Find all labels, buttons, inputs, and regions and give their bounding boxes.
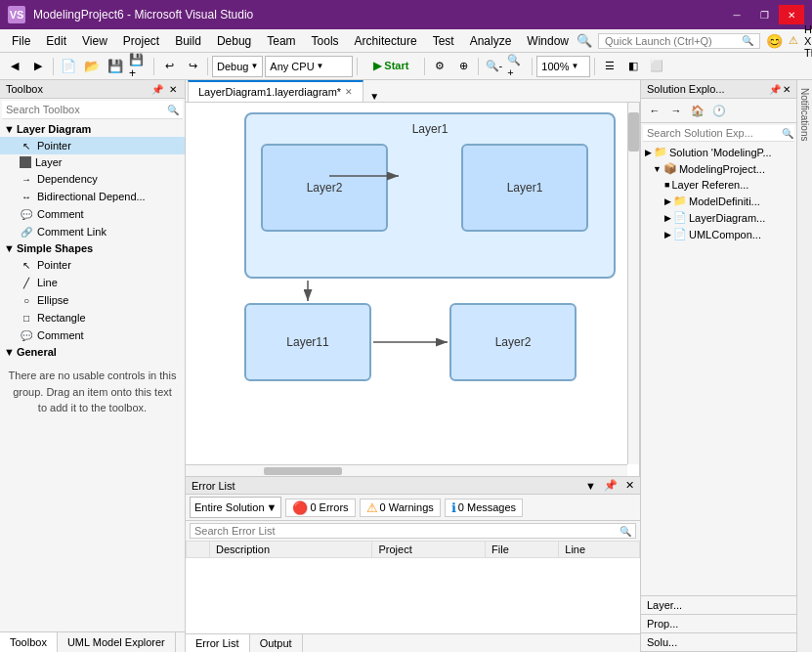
error-badge-warnings[interactable]: ⚠ 0 Warnings xyxy=(360,499,441,517)
diagram-area[interactable]: Layer1 Layer2 Layer1 Layer11 Layer2 xyxy=(186,103,640,476)
menu-build[interactable]: Build xyxy=(167,29,209,52)
group-arrow-layer: ▼ xyxy=(4,123,15,135)
tab-dropdown-arrow[interactable]: ▼ xyxy=(369,91,379,102)
menu-file[interactable]: File xyxy=(4,29,38,52)
toolbar-forward[interactable]: ▶ xyxy=(27,56,49,77)
sol-item-project[interactable]: ▼ 📦 ModelingProject... xyxy=(641,160,796,177)
tool-comment[interactable]: 💬 Comment xyxy=(0,205,185,223)
error-badge-errors[interactable]: 🔴 0 Errors xyxy=(285,499,355,517)
error-panel-pin[interactable]: 📌 xyxy=(604,479,618,492)
menu-team[interactable]: Team xyxy=(259,29,303,52)
editor-tab-diagram[interactable]: LayerDiagram1.layerdiagram* ✕ xyxy=(188,80,363,102)
toolbar-new-project[interactable]: 📄 xyxy=(58,56,79,77)
tool-comment-shapes[interactable]: 💬 Comment xyxy=(0,326,185,344)
tool-line[interactable]: ╱ Line xyxy=(0,274,185,291)
tab-toolbox[interactable]: Toolbox xyxy=(0,632,58,652)
start-button[interactable]: ▶ Start xyxy=(362,56,420,77)
inner-layer1[interactable]: Layer1 xyxy=(461,144,588,232)
diagram-scrollbar-h[interactable] xyxy=(186,464,627,476)
sol-tab-prop[interactable]: Prop... xyxy=(641,615,796,633)
tool-comment-link[interactable]: 🔗 Comment Link xyxy=(0,223,185,240)
sol-forward[interactable]: → xyxy=(666,101,686,120)
error-search-input[interactable] xyxy=(194,525,620,537)
zoom-out[interactable]: 🔍- xyxy=(483,56,504,77)
toolbar-extra-2[interactable]: ◧ xyxy=(622,56,644,77)
menu-analyze[interactable]: Analyze xyxy=(462,29,520,52)
zoom-in[interactable]: 🔍+ xyxy=(506,56,528,77)
error-scope-dropdown[interactable]: Entire Solution ▼ xyxy=(190,497,281,518)
sol-tab-layer[interactable]: Layer... xyxy=(641,596,796,615)
tab-output[interactable]: Output xyxy=(250,634,303,652)
tool-dependency[interactable]: → Dependency xyxy=(0,170,185,188)
toolbar-btn-2[interactable]: ⊕ xyxy=(452,56,474,77)
minimize-button[interactable]: ─ xyxy=(724,5,749,24)
zoom-dropdown[interactable]: 100% ▼ xyxy=(536,56,590,77)
group-simple-shapes[interactable]: ▼ Simple Shapes xyxy=(0,240,185,256)
restore-button[interactable]: ❐ xyxy=(751,5,777,24)
quick-launch-input[interactable] xyxy=(605,35,742,47)
tab-close-diagram[interactable]: ✕ xyxy=(345,87,353,97)
toolbar-open[interactable]: 📂 xyxy=(81,56,103,77)
col-description[interactable]: Description xyxy=(210,542,372,558)
toolbar-btn-1[interactable]: ⚙ xyxy=(429,56,450,77)
toolbar-save[interactable]: 💾 xyxy=(105,56,126,77)
tab-uml-explorer[interactable]: UML Model Explorer xyxy=(58,632,176,652)
tool-ellipse[interactable]: ○ Ellipse xyxy=(0,291,185,309)
hscroll-thumb[interactable] xyxy=(264,467,342,475)
col-project[interactable]: Project xyxy=(372,542,486,558)
menu-architecture[interactable]: Architecture xyxy=(347,29,425,52)
sol-clock[interactable]: 🕐 xyxy=(709,101,729,120)
toolbox-panel: Toolbox 📌 ✕ 🔍 ▼ Layer Diagram ↖ Pointer … xyxy=(0,80,186,652)
toolbar-extra-3[interactable]: ⬜ xyxy=(646,56,667,77)
outer-layer1[interactable]: Layer1 Layer2 Layer1 xyxy=(244,112,616,279)
sol-pin[interactable]: 📌 xyxy=(769,84,781,95)
tab-error-list[interactable]: Error List xyxy=(186,634,250,652)
menu-project[interactable]: Project xyxy=(115,29,167,52)
inner-layer2[interactable]: Layer2 xyxy=(261,144,388,232)
tool-pointer-shapes[interactable]: ↖ Pointer xyxy=(0,256,185,274)
sol-item-uml[interactable]: ▶ 📄 UMLCompon... xyxy=(641,226,796,242)
menu-debug[interactable]: Debug xyxy=(209,29,259,52)
sol-item-layer-ref[interactable]: ■ Layer Referen... xyxy=(641,177,796,193)
toolbox-close[interactable]: ✕ xyxy=(167,84,179,95)
sol-home[interactable]: 🏠 xyxy=(688,101,707,120)
menu-window[interactable]: Window xyxy=(519,29,577,52)
tool-bidirectional[interactable]: ↔ Bidirectional Depend... xyxy=(0,188,185,205)
tool-layer[interactable]: Layer xyxy=(0,154,185,170)
sol-item-model-def[interactable]: ▶ 📁 ModelDefiniti... xyxy=(641,193,796,209)
sol-search-input[interactable] xyxy=(647,127,782,139)
toolbar-back[interactable]: ◀ xyxy=(4,56,25,77)
vscroll-thumb[interactable] xyxy=(628,112,639,152)
menu-test[interactable]: Test xyxy=(425,29,462,52)
platform-dropdown[interactable]: Any CPU ▼ xyxy=(265,56,353,77)
toolbar-extra-1[interactable]: ☰ xyxy=(599,56,620,77)
layer11-box[interactable]: Layer11 xyxy=(244,303,371,381)
toolbar-undo[interactable]: ↩ xyxy=(158,56,180,77)
sol-close[interactable]: ✕ xyxy=(783,84,791,95)
tool-pointer-layer[interactable]: ↖ Pointer xyxy=(0,137,185,154)
group-layer-diagram[interactable]: ▼ Layer Diagram xyxy=(0,121,185,137)
toolbox-search-input[interactable] xyxy=(6,104,167,115)
sol-item-layer-diagram[interactable]: ▶ 📄 LayerDiagram... xyxy=(641,209,796,226)
sol-item-solution[interactable]: ▶ 📁 Solution 'ModelingP... xyxy=(641,144,796,160)
col-file[interactable]: File xyxy=(486,542,559,558)
error-panel-close[interactable]: ✕ xyxy=(625,479,634,492)
diagram-scrollbar-v[interactable] xyxy=(627,103,639,464)
tool-rectangle[interactable]: □ Rectangle xyxy=(0,309,185,326)
toolbox-pin[interactable]: 📌 xyxy=(150,84,165,95)
group-general[interactable]: ▼ General xyxy=(0,344,185,360)
error-panel-dropdown[interactable]: ▼ xyxy=(585,480,596,492)
toolbar-save-all[interactable]: 💾+ xyxy=(128,56,150,77)
layer2-outer-box[interactable]: Layer2 xyxy=(449,303,577,381)
menu-edit[interactable]: Edit xyxy=(38,29,74,52)
menu-tools[interactable]: Tools xyxy=(304,29,347,52)
sol-back[interactable]: ← xyxy=(645,101,664,120)
toolbar-redo[interactable]: ↪ xyxy=(182,56,203,77)
sol-tab-solution[interactable]: Solu... xyxy=(641,633,796,652)
menu-view[interactable]: View xyxy=(74,29,115,52)
close-button[interactable]: ✕ xyxy=(779,5,804,24)
error-badge-messages[interactable]: ℹ 0 Messages xyxy=(445,499,523,517)
notifications-sidebar[interactable]: Notifications xyxy=(796,80,812,652)
col-line[interactable]: Line xyxy=(559,542,640,558)
debug-mode-dropdown[interactable]: Debug ▼ xyxy=(212,56,263,77)
